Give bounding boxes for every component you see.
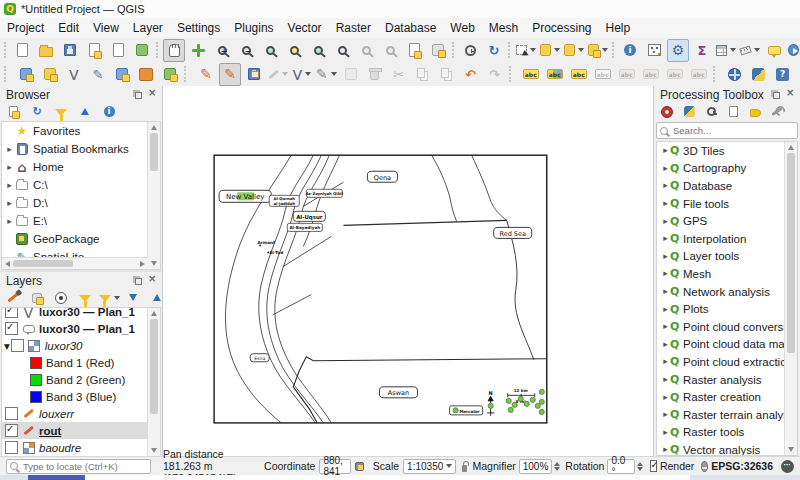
metasearch-button[interactable] (724, 63, 746, 86)
new-shapefile-layer-button[interactable] (39, 63, 61, 86)
expander-icon[interactable] (661, 252, 670, 261)
panel-float-icon[interactable] (133, 90, 144, 100)
panel-float-icon[interactable] (133, 276, 144, 286)
expander-icon[interactable] (661, 305, 670, 314)
zoom-next-button[interactable] (379, 39, 401, 62)
browser-properties-button[interactable] (100, 102, 118, 121)
expander-icon[interactable] (5, 145, 14, 154)
layer-row-plan1-points[interactable]: luxor30 — Plan_1 (2, 307, 160, 320)
expander-icon[interactable] (661, 217, 670, 226)
scroll-down-icon[interactable] (788, 447, 794, 452)
toolbox-group-raster-analysis[interactable]: Raster analysis (657, 371, 797, 389)
menu-edit[interactable]: Edit (51, 18, 86, 38)
toggle-editing-button[interactable] (219, 63, 241, 86)
browser-collapse-all-button[interactable] (76, 102, 94, 121)
toolbox-group-mesh[interactable]: Mesh (657, 265, 797, 283)
scroll-right-icon[interactable] (140, 261, 145, 267)
layer-checkbox[interactable] (11, 339, 24, 352)
show-hide-labels-button[interactable] (616, 63, 638, 86)
toolbox-python-scripts-button[interactable] (680, 102, 698, 121)
expander-icon[interactable] (661, 393, 670, 402)
scroll-left-icon[interactable] (5, 261, 10, 267)
expander-icon[interactable] (661, 269, 670, 278)
toolbox-options-button[interactable] (746, 102, 764, 121)
layer-checkbox[interactable] (5, 407, 18, 420)
toolbox-group-layer-tools[interactable]: Layer tools (657, 248, 797, 266)
pan-to-selection-button[interactable] (187, 39, 209, 62)
new-temporary-scratch-layer-button[interactable] (63, 63, 85, 86)
new-map-view-button[interactable] (403, 39, 425, 62)
rotation-box[interactable]: 0.0 ° (607, 459, 634, 474)
zoom-native-button[interactable] (259, 39, 281, 62)
paste-features-button[interactable] (436, 63, 458, 86)
scroll-thumb[interactable] (150, 133, 158, 171)
browser-filter-button[interactable] (52, 102, 70, 121)
toolbox-history-button[interactable] (702, 102, 720, 121)
toolbar-grip[interactable] (509, 66, 515, 82)
toolbox-group-file-tools[interactable]: File tools (657, 195, 797, 213)
new-spatialite-layer-button[interactable] (87, 63, 109, 86)
browser-vertical-scrollbar[interactable] (147, 122, 160, 269)
pin-labels-button[interactable] (568, 63, 590, 86)
magnifier-spinner[interactable] (554, 462, 560, 471)
toolbar-grip[interactable] (713, 66, 719, 82)
menu-raster[interactable]: Raster (329, 18, 378, 38)
toolbar-grip[interactable] (4, 66, 10, 82)
browser-horizontal-scrollbar[interactable] (2, 257, 148, 269)
scroll-thumb[interactable] (13, 260, 73, 267)
python-console-button[interactable] (748, 63, 770, 86)
collapse-all-button[interactable] (148, 288, 162, 307)
toolbox-search-input[interactable] (671, 124, 775, 137)
menu-settings[interactable]: Settings (170, 18, 227, 38)
layer-row-rout[interactable]: rout (2, 422, 160, 439)
toolbox-group-3d-tiles[interactable]: 3D Tiles (657, 142, 797, 160)
browser-item-e-drive[interactable]: E:\ (2, 212, 160, 230)
vertex-tool-button[interactable] (315, 63, 338, 86)
scroll-thumb[interactable] (787, 153, 795, 353)
current-edits-button[interactable] (195, 63, 217, 86)
layer-row-band2[interactable]: Band 2 (Green) (2, 371, 160, 388)
toolbar-grip[interactable] (508, 42, 510, 58)
locate-input[interactable] (21, 460, 150, 473)
open-project-button[interactable] (35, 39, 57, 62)
expander-icon[interactable] (661, 410, 670, 419)
menu-help[interactable]: Help (599, 18, 638, 38)
menu-layer[interactable]: Layer (126, 18, 170, 38)
expander-icon[interactable] (4, 339, 10, 353)
digitize-with-curve-button[interactable] (267, 63, 289, 86)
rotation-spinner[interactable] (637, 462, 643, 471)
menu-plugins[interactable]: Plugins (227, 18, 280, 38)
copy-features-button[interactable] (412, 63, 434, 86)
undo-button[interactable] (460, 63, 482, 86)
new-virtual-layer-button[interactable] (159, 63, 181, 86)
help-contents-button[interactable] (772, 63, 794, 86)
change-label-properties-button[interactable] (688, 63, 710, 86)
pan-map-button[interactable] (163, 39, 185, 62)
browser-add-layer-button[interactable] (4, 102, 22, 121)
new-3d-map-view-button[interactable] (427, 39, 449, 62)
browser-item-favorites[interactable]: Favorites (2, 122, 160, 140)
layer-row-band1[interactable]: Band 1 (Red) (2, 354, 160, 371)
expander-icon[interactable] (661, 234, 670, 243)
new-project-button[interactable] (11, 39, 33, 62)
lock-icon[interactable] (462, 465, 466, 472)
panel-close-icon[interactable] (785, 90, 796, 100)
extents-button[interactable] (352, 458, 368, 475)
magnifier-box[interactable]: 100% (519, 459, 553, 474)
toolbox-models-button[interactable] (658, 102, 676, 121)
save-project-button[interactable] (59, 39, 81, 62)
deselect-features-button[interactable] (563, 39, 585, 62)
toolbar-grip[interactable] (4, 42, 6, 58)
layers-vertical-scrollbar[interactable] (147, 308, 160, 456)
zoom-to-layer-button[interactable] (331, 39, 353, 62)
select-by-value-button[interactable] (539, 39, 561, 62)
toolbox-group-raster-terrain[interactable]: Raster terrain analysis (657, 406, 797, 424)
toolbox-group-point-cloud-conversion[interactable]: Point cloud conversion (657, 318, 797, 336)
scroll-thumb[interactable] (150, 319, 158, 414)
layer-row-baoudre[interactable]: baoudre (2, 439, 160, 456)
expand-all-button[interactable] (124, 288, 142, 307)
menu-view[interactable]: View (86, 18, 126, 38)
expander-icon[interactable] (661, 146, 670, 155)
identify-features-button[interactable] (619, 39, 641, 62)
layer-row-luxor30[interactable]: luxor30 (2, 337, 160, 354)
